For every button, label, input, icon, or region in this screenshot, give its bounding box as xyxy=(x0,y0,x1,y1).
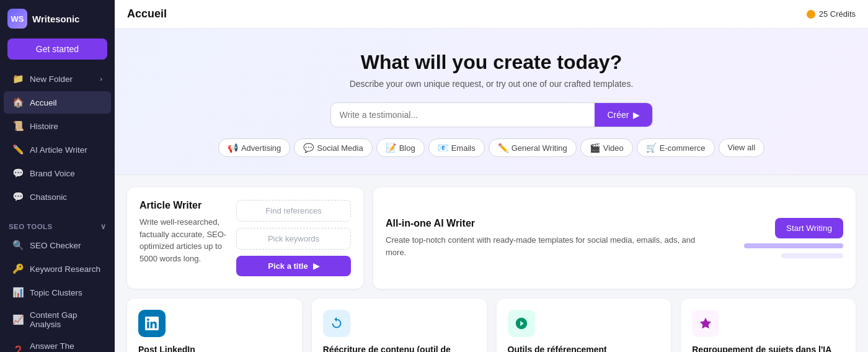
tab-blog[interactable]: 📝 Blog xyxy=(376,138,425,157)
advertising-icon: 📢 xyxy=(228,143,238,153)
creer-button[interactable]: Créer ▶ xyxy=(595,103,652,127)
tab-label: Social Media xyxy=(317,143,363,153)
cards-row: Article Writer Write well-researched, fa… xyxy=(127,187,856,289)
answer-icon: ❓ xyxy=(12,345,24,352)
hero-subtitle: Describe your own unique request, or try… xyxy=(127,79,856,89)
tab-label: E-commerce xyxy=(660,143,706,153)
seo-tools-icon xyxy=(508,310,535,337)
article-writer-steps: Find references Pick keywords Pick a tit… xyxy=(236,200,351,276)
clusters-icon: 📊 xyxy=(12,287,24,298)
writing-icon: ✏️ xyxy=(498,143,508,153)
hero-input-row: Créer ▶ xyxy=(330,102,653,127)
ai-writer-info: All-in-one AI Writer Create top-notch co… xyxy=(386,218,697,258)
creer-label: Créer xyxy=(607,110,629,120)
tab-label: Advertising xyxy=(241,143,281,153)
ecommerce-icon: 🛒 xyxy=(646,143,657,153)
sidebar-item-brand-voice[interactable]: 💬 Brand Voice xyxy=(4,162,111,184)
sidebar-item-ai-article-writer[interactable]: ✏️ AI Article Writer xyxy=(4,138,111,161)
sidebar-item-label: Chatsonic xyxy=(30,192,67,202)
social-icon: 💬 xyxy=(303,143,314,153)
main-content: Accueil 25 Crédits What will you create … xyxy=(115,0,868,352)
linkedin-title: Post LinkedIn xyxy=(138,345,291,352)
step-find-references[interactable]: Find references xyxy=(236,200,351,222)
hero-title: What will you create today? xyxy=(127,51,856,74)
sidebar-item-label: Histoire xyxy=(30,122,58,131)
search-input[interactable] xyxy=(331,103,595,127)
linkedin-card: Post LinkedIn Rédigez un message profess… xyxy=(127,299,302,352)
linkedin-icon xyxy=(138,310,166,337)
content-area: What will you create today? Describe you… xyxy=(115,29,868,352)
seo-title: Outils de référencement xyxy=(508,345,660,352)
home-icon: 🏠 xyxy=(12,97,24,108)
sidebar-item-label: New Folder xyxy=(30,74,73,84)
sidebar-item-label: Answer The People xyxy=(30,341,102,352)
sidebar-item-label: AI Article Writer xyxy=(30,145,87,155)
article-icon: ✏️ xyxy=(12,144,24,155)
tab-video[interactable]: 🎬 Video xyxy=(580,138,633,157)
step-pick-keywords[interactable]: Pick keywords xyxy=(236,228,351,250)
article-writer-info: Article Writer Write well-researched, fa… xyxy=(140,200,228,276)
hero-section: What will you create today? Describe you… xyxy=(115,29,868,175)
keyword-icon: 🔑 xyxy=(12,263,24,274)
sidebar-item-chatsonic[interactable]: 💬 Chatsonic xyxy=(4,186,111,208)
sidebar-item-keyword-research[interactable]: 🔑 Keyword Research xyxy=(4,258,111,280)
ai-writer-bar-2 xyxy=(781,253,843,258)
email-icon: 📧 xyxy=(438,143,448,153)
sidebar-item-label: SEO Checker xyxy=(30,241,81,250)
sidebar-item-topic-clusters[interactable]: 📊 Topic Clusters xyxy=(4,281,111,304)
ai-writer-action: Start Writing xyxy=(707,218,843,258)
cluster-icon xyxy=(692,310,719,337)
sidebar-item-histoire[interactable]: 📜 Histoire xyxy=(4,115,111,137)
sidebar-item-seo-checker[interactable]: 🔍 SEO Checker xyxy=(4,234,111,256)
tab-advertising[interactable]: 📢 Advertising xyxy=(218,138,290,157)
tab-label: General Writing xyxy=(512,143,567,153)
tab-social-media[interactable]: 💬 Social Media xyxy=(294,138,372,157)
chat-icon: 💬 xyxy=(12,191,24,202)
chevron-icon: › xyxy=(100,75,102,83)
credits-dot-icon xyxy=(807,10,815,19)
page-title: Accueil xyxy=(127,7,167,20)
tab-emails[interactable]: 📧 Emails xyxy=(428,138,485,157)
credits-badge: 25 Crédits xyxy=(807,9,856,19)
video-icon: 🎬 xyxy=(590,143,600,153)
seo-card: Outils de référencement Recherche, optim… xyxy=(497,299,671,352)
sidebar-item-content-gap[interactable]: 📈 Content Gap Analysis xyxy=(4,305,111,335)
sidebar-item-answer-people[interactable]: ❓ Answer The People xyxy=(4,336,111,352)
sidebar-item-accueil[interactable]: 🏠 Accueil xyxy=(4,91,111,114)
ai-writer-card: All-in-one AI Writer Create top-notch co… xyxy=(373,187,856,289)
start-writing-button[interactable]: Start Writing xyxy=(775,218,843,238)
tab-general-writing[interactable]: ✏️ General Writing xyxy=(489,138,577,157)
step-pick-title[interactable]: Pick a title ▶ xyxy=(236,256,351,276)
credits-label: 25 Crédits xyxy=(819,9,856,19)
rewrite-title: Réécriture de contenu (outil de paraphra… xyxy=(323,345,476,352)
ai-writer-title: All-in-one AI Writer xyxy=(386,218,697,229)
brand-icon: 💬 xyxy=(12,168,24,179)
sidebar-item-label: Keyword Research xyxy=(30,264,100,274)
article-writer-card: Article Writer Write well-researched, fa… xyxy=(127,187,363,289)
filter-tabs: 📢 Advertising 💬 Social Media 📝 Blog 📧 Em… xyxy=(127,138,856,157)
chevron-down-icon: ∨ xyxy=(100,222,106,231)
ai-writer-bar-1 xyxy=(744,243,843,248)
tab-view-all[interactable]: View all xyxy=(719,138,765,157)
cards-section: Article Writer Write well-researched, fa… xyxy=(115,175,868,352)
sidebar-item-new-folder[interactable]: 📁 New Folder › xyxy=(4,68,111,90)
gap-icon: 📈 xyxy=(12,314,24,325)
cluster-card: Regroupement de sujets dans l'IA Regroup… xyxy=(681,299,856,352)
logo-text: Writesonic xyxy=(32,14,79,24)
get-started-button[interactable]: Get started xyxy=(7,38,107,60)
tab-ecommerce[interactable]: 🛒 E-commerce xyxy=(637,138,715,157)
tab-label: Blog xyxy=(399,143,415,153)
cluster-title: Regroupement de sujets dans l'IA xyxy=(692,345,844,352)
rewrite-icon xyxy=(323,310,350,337)
folder-icon: 📁 xyxy=(12,73,24,84)
article-writer-desc: Write well-researched, factually accurat… xyxy=(140,216,228,264)
seo-checker-icon: 🔍 xyxy=(12,240,24,251)
arrow-icon: ▶ xyxy=(313,261,319,271)
article-writer-title: Article Writer xyxy=(140,200,228,211)
send-icon: ▶ xyxy=(633,110,640,120)
sidebar-logo: WS Writesonic xyxy=(0,0,115,35)
rewrite-card: Réécriture de contenu (outil de paraphra… xyxy=(312,299,487,352)
sidebar-item-label: Brand Voice xyxy=(30,169,75,178)
sidebar: WS Writesonic Get started 📁 New Folder ›… xyxy=(0,0,115,352)
topbar: Accueil 25 Crédits xyxy=(115,0,868,29)
